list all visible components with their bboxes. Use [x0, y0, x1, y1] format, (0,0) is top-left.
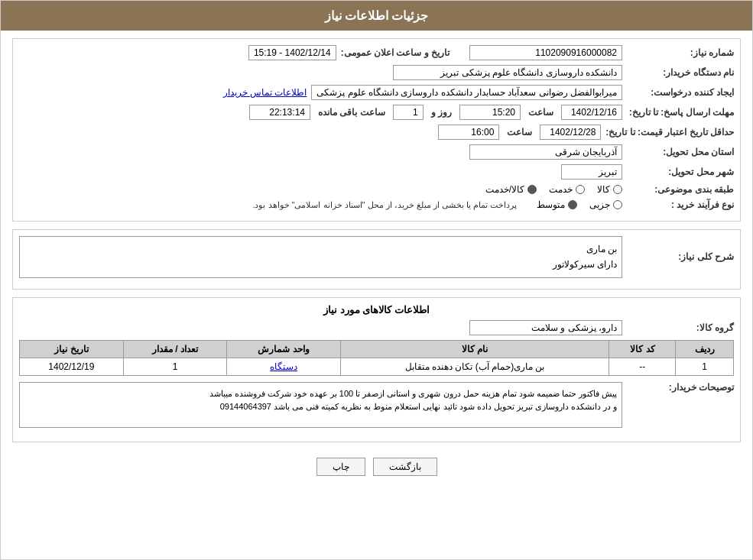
motavasset-radio-circle	[568, 200, 577, 209]
ijadKonande-label: ایجاد کننده درخواست:	[627, 87, 734, 98]
button-row: بازگشت چاپ	[12, 450, 741, 484]
page-wrapper: جزئیات اطلاعات نیاز شماره نیاز: 11020909…	[0, 0, 753, 560]
kala-radio-item[interactable]: کالا	[597, 184, 622, 195]
tabaqe-label: طبقه بندی موضوعی:	[627, 184, 734, 195]
kala-khadamat-radio-circle	[527, 185, 537, 194]
tabaqe-radio-group: کالا خدمت کالا/خدمت	[485, 184, 622, 195]
row-hadaqal: حداقل تاریخ اعتبار قیمت: تا تاریخ: 1402/…	[19, 125, 734, 140]
mohlat-baqi-label: ساعت باقی مانده	[318, 107, 385, 118]
col-radif: ردیف	[676, 340, 734, 358]
hadaqal-saat-value: 16:00	[438, 125, 499, 140]
kala-table-header-row: ردیف کد کالا نام کالا واحد شمارش تعداد /…	[20, 340, 734, 358]
table-row: 1 -- بن ماری(حمام آب) تکان دهنده متقابل …	[20, 358, 734, 375]
farayand-label: نوع فرآیند خرید :	[627, 199, 734, 210]
cell-kod: --	[609, 358, 676, 375]
kala-title: اطلاعات کالاهای مورد نیاز	[19, 304, 734, 316]
sharh-box: بن ماری دارای سیرکولاتور	[19, 236, 622, 278]
col-tarikh: تاریخ نیاز	[20, 340, 124, 358]
mohlat-label: مهلت ارسال پاسخ: تا تاریخ:	[627, 107, 734, 118]
khadamat-radio-circle	[576, 185, 585, 194]
khadamat-radio-label: خدمت	[549, 184, 573, 195]
sharh-section: شرح کلی نیاز: بن ماری دارای سیرکولاتور	[12, 229, 741, 290]
sharh-line2: دارای سیرکولاتور	[24, 257, 617, 272]
kala-radio-label: کالا	[597, 184, 610, 195]
tarikho-saat-label: تاریخ و ساعت اعلان عمومی:	[341, 47, 450, 58]
tavasieh-text: پیش فاکتور حتما ضمیمه شود تمام هزینه حمل…	[24, 387, 617, 414]
farayand-radio-group: جزیی متوسط	[537, 199, 622, 210]
col-vahed: واحد شمارش	[227, 340, 341, 358]
ostan-label: استان محل تحویل:	[627, 147, 734, 157]
mohlat-baqi-value: 22:13:14	[249, 105, 310, 120]
jozei-radio-circle	[613, 200, 622, 209]
sharh-line1: بن ماری	[24, 241, 617, 257]
sharh-row: شرح کلی نیاز: بن ماری دارای سیرکولاتور	[19, 236, 734, 278]
print-button[interactable]: چاپ	[316, 458, 365, 476]
contact-link[interactable]: اطلاعات تماس خریدار	[223, 87, 307, 98]
cell-tarikh: 1402/12/19	[20, 358, 124, 375]
header-title: جزئیات اطلاعات نیاز	[325, 9, 429, 22]
shomareNiaz-label: شماره نیاز:	[627, 47, 734, 58]
mohlat-saat-label: ساعت	[528, 107, 553, 118]
row-farayand: نوع فرآیند خرید : جزیی متوسط پرداخت تمام…	[19, 199, 734, 210]
tavasieh-label: توصیحات خریدار:	[627, 382, 734, 393]
hadaqal-label: حداقل تاریخ اعتبار قیمت: تا تاریخ:	[605, 127, 734, 138]
info-section: شماره نیاز: 1102090916000082 تاریخ و ساع…	[12, 38, 741, 222]
row-shomareNiaz: شماره نیاز: 1102090916000082 تاریخ و ساع…	[19, 45, 734, 60]
shomareNiaz-value: 1102090916000082	[469, 45, 622, 60]
kala-table-head: ردیف کد کالا نام کالا واحد شمارش تعداد /…	[20, 340, 734, 358]
kala-khadamat-radio-label: کالا/خدمت	[485, 184, 524, 195]
col-name: نام کالا	[340, 340, 609, 358]
row-tabaqe: طبقه بندی موضوعی: کالا خدمت کالا/خدمت	[19, 184, 734, 195]
kala-khadamat-radio-item[interactable]: کالا/خدمت	[485, 184, 537, 195]
jozei-radio-item[interactable]: جزیی	[589, 199, 622, 210]
kala-radio-circle	[613, 185, 622, 194]
mohlat-date: 1402/12/16	[561, 105, 622, 120]
cell-radif: 1	[676, 358, 734, 375]
hadaqal-date: 1402/12/28	[540, 125, 601, 140]
tavasieh-box: پیش فاکتور حتما ضمیمه شود تمام هزینه حمل…	[19, 382, 622, 428]
ostan-value: آذربایجان شرقی	[469, 144, 622, 160]
col-tedad: تعداد / مقدار	[123, 340, 227, 358]
hadaqal-saat-label: ساعت	[507, 127, 532, 138]
cell-vahed[interactable]: دستگاه	[227, 358, 341, 375]
mohlat-roz-label: روز و	[431, 107, 452, 118]
mohlat-roz-value: 1	[393, 105, 424, 120]
namDastgah-label: نام دستگاه خریدار:	[627, 67, 734, 78]
kala-table-body: 1 -- بن ماری(حمام آب) تکان دهنده متقابل …	[20, 358, 734, 375]
back-button[interactable]: بازگشت	[373, 458, 437, 476]
row-shahr: شهر محل تحویل: تبریز	[19, 164, 734, 180]
cell-tedad: 1	[123, 358, 227, 375]
kala-section: اطلاعات کالاهای مورد نیاز گروه کالا: دار…	[12, 297, 741, 442]
row-namDastgah: نام دستگاه خریدار: دانشکده داروسازی دانش…	[19, 65, 734, 80]
sharh-label: شرح کلی نیاز:	[627, 251, 734, 262]
main-content: شماره نیاز: 1102090916000082 تاریخ و ساع…	[1, 31, 752, 491]
tavasieh-row: توصیحات خریدار: پیش فاکتور حتما ضمیمه شو…	[19, 382, 734, 428]
col-kod: کد کالا	[609, 340, 676, 358]
mohlat-saat-value: 15:20	[459, 105, 521, 120]
shahr-label: شهر محل تحویل:	[627, 167, 734, 177]
page-header: جزئیات اطلاعات نیاز	[1, 1, 752, 31]
cell-name: بن ماری(حمام آب) تکان دهنده متقابل	[340, 358, 609, 375]
group-value: دارو، پزشکی و سلامت	[469, 320, 622, 335]
kala-table: ردیف کد کالا نام کالا واحد شمارش تعداد /…	[19, 340, 734, 376]
farayand-note: پرداخت تمام یا بخشی از مبلغ خرید، از محل…	[252, 200, 517, 210]
row-ijadKonande: ایجاد کننده درخواست: میرابوالفضل رضوانی …	[19, 85, 734, 100]
row-mohlat: مهلت ارسال پاسخ: تا تاریخ: 1402/12/16 سا…	[19, 105, 734, 120]
namDastgah-value: دانشکده داروسازی دانشگاه علوم پزشکی تبری…	[393, 65, 622, 80]
jozei-radio-label: جزیی	[589, 199, 610, 210]
khadamat-radio-item[interactable]: خدمت	[549, 184, 585, 195]
group-row: گروه کالا: دارو، پزشکی و سلامت	[19, 320, 734, 335]
group-label: گروه کالا:	[627, 322, 734, 333]
shahr-value: تبریز	[561, 164, 622, 180]
tarikho-saat-value: 1402/12/14 - 15:19	[248, 45, 336, 60]
motavasset-radio-item[interactable]: متوسط	[537, 199, 577, 210]
motavasset-radio-label: متوسط	[537, 199, 565, 210]
row-ostan: استان محل تحویل: آذربایجان شرقی	[19, 144, 734, 160]
ijadKonande-value: میرابوالفضل رضوانی سعدآباد حسابدار دانشک…	[311, 85, 622, 100]
